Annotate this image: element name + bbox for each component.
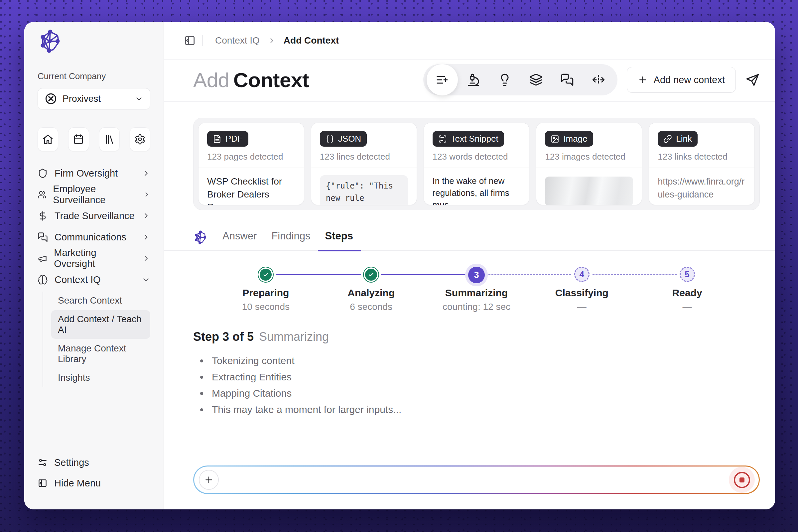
send-button[interactable]: [745, 73, 760, 87]
hide-menu-button[interactable]: Hide Menu: [38, 473, 150, 493]
app-window: Current Company Proxivest: [24, 22, 775, 509]
attach-button[interactable]: [199, 470, 219, 490]
submenu-item-add-context[interactable]: Add Context / Teach AI: [51, 310, 150, 339]
chevron-down-icon: [135, 94, 143, 103]
context-toolbar: [423, 64, 618, 95]
badge-label: Link: [676, 134, 692, 144]
card-json[interactable]: JSON 123 lines detected {"rule": "This n…: [311, 123, 417, 205]
calendar-icon: [73, 134, 84, 145]
step-activity-item: Mapping Citations: [208, 388, 760, 399]
badge-label: JSON: [338, 134, 361, 144]
gear-icon: [134, 134, 146, 145]
chat-bubbles-icon: [560, 73, 574, 87]
card-content: In the wake of new regulations, all firm…: [424, 168, 529, 205]
lightbulb-button[interactable]: [489, 64, 520, 95]
stepper-connector: [381, 274, 467, 275]
breadcrumb-current: Add Context: [284, 35, 339, 46]
network-logo-icon: [38, 28, 150, 54]
text-snippet-badge: Text Snippet: [433, 131, 504, 147]
sidebar-item-communications[interactable]: Communications: [38, 226, 150, 248]
card-pdf[interactable]: PDF 123 pages detected WSP Checklist for…: [198, 123, 304, 205]
image-badge: Image: [545, 131, 593, 147]
lightbulb-icon: [498, 73, 511, 87]
calendar-button[interactable]: [68, 127, 89, 151]
submenu-item-search-context[interactable]: Search Context: [51, 291, 150, 309]
sidebar-item-employee-surveillance[interactable]: Employee Surveillance: [38, 184, 150, 205]
tab-steps[interactable]: Steps: [325, 230, 353, 251]
list-plus-icon: [436, 73, 449, 87]
stepper-connector: [276, 274, 361, 275]
hide-menu-label: Hide Menu: [54, 478, 101, 489]
layers-button[interactable]: [520, 64, 552, 95]
step-activity-list: Tokenizing content Extracting Entities M…: [208, 355, 760, 420]
card-meta: 123 links detected: [658, 152, 746, 162]
stepper-connector: [592, 274, 677, 275]
home-button[interactable]: [38, 127, 58, 151]
settings-gear-button[interactable]: [130, 127, 150, 151]
sidebar-item-firm-oversight[interactable]: Firm Oversight: [38, 163, 150, 184]
chevron-down-icon: [141, 275, 150, 284]
stop-button[interactable]: [729, 467, 755, 493]
library-button[interactable]: [99, 127, 120, 151]
content-area: PDF 123 pages detected WSP Checklist for…: [164, 102, 775, 509]
sidebar-item-trade-surveillance[interactable]: Trade Surveillance: [38, 205, 150, 226]
sidebar-item-marketing-oversight[interactable]: Marketing Oversight: [38, 248, 150, 269]
check-icon: [367, 271, 375, 278]
submenu-item-manage-context-library[interactable]: Manage Context Library: [51, 340, 150, 368]
settings-button[interactable]: Settings: [38, 452, 150, 473]
image-placeholder: [545, 176, 633, 205]
badge-label: Image: [563, 134, 587, 144]
sliders-icon: [38, 457, 48, 468]
add-new-context-label: Add new context: [654, 75, 725, 86]
add-new-context-button[interactable]: Add new context: [627, 67, 736, 93]
megaphone-icon: [38, 253, 47, 264]
card-image[interactable]: Image 123 images detected: [536, 123, 642, 205]
card-meta: 123 words detected: [433, 152, 521, 162]
chat-button[interactable]: [552, 64, 583, 95]
panel-toggle-icon[interactable]: [184, 35, 196, 46]
title-row: AddContext: [164, 59, 775, 102]
composer-bar: [193, 466, 760, 494]
stop-icon: [734, 472, 750, 488]
breadcrumb-section[interactable]: Context IQ: [215, 35, 260, 46]
move-horizontal-button[interactable]: [583, 64, 614, 95]
list-plus-button[interactable]: [426, 64, 458, 95]
braces-icon: [325, 135, 334, 143]
chat-icon: [38, 232, 48, 242]
sidebar-item-label: Trade Surveillance: [55, 210, 135, 222]
panel-collapse-icon: [38, 478, 48, 488]
result-tabs: Answer Findings Steps: [193, 230, 760, 251]
card-text-snippet[interactable]: Text Snippet 123 words detected In the w…: [424, 123, 530, 205]
submenu-item-insights[interactable]: Insights: [51, 369, 150, 387]
tab-findings[interactable]: Findings: [271, 230, 310, 251]
move-horizontal-icon: [592, 73, 605, 87]
sidebar-item-context-iq[interactable]: Context IQ: [38, 269, 150, 290]
settings-label: Settings: [54, 457, 89, 468]
sidebar-item-label: Communications: [55, 232, 126, 243]
sidebar-item-label: Firm Oversight: [55, 168, 118, 179]
composer-input[interactable]: [219, 474, 729, 485]
step-heading-number: Step 3 of 5: [193, 330, 254, 343]
home-icon: [42, 134, 54, 145]
sidebar-item-label: Employee Surveillance: [53, 184, 136, 206]
badge-label: PDF: [225, 134, 243, 144]
card-content: WSP Checklist for Broker Dealers Repo...: [198, 168, 304, 205]
page-title: AddContext: [193, 68, 309, 92]
step-circle-preparing: [258, 267, 274, 283]
sidebar-menu: Firm Oversight Employee Surveillance Tra…: [38, 163, 150, 387]
sidebar-item-label: Context IQ: [55, 274, 101, 285]
card-link[interactable]: Link 123 links detected https://www.finr…: [649, 123, 755, 205]
step-activity-item: This may take a moment for larger inputs…: [208, 404, 760, 415]
json-code-preview: {"rule": "This new rule applies to all: [320, 175, 408, 205]
tab-answer[interactable]: Answer: [223, 230, 257, 251]
card-meta: 123 images detected: [545, 152, 633, 162]
company-select[interactable]: Proxivest: [38, 88, 150, 109]
company-avatar-icon: [44, 92, 57, 105]
microscope-button[interactable]: [458, 64, 489, 95]
detected-cards: PDF 123 pages detected WSP Checklist for…: [193, 118, 760, 210]
brain-icon: [38, 274, 48, 285]
scan-text-icon: [438, 135, 447, 143]
chevron-right-icon: [141, 233, 150, 241]
main-area: Context IQ Add Context AddContext: [164, 22, 775, 509]
badge-label: Text Snippet: [451, 134, 498, 144]
